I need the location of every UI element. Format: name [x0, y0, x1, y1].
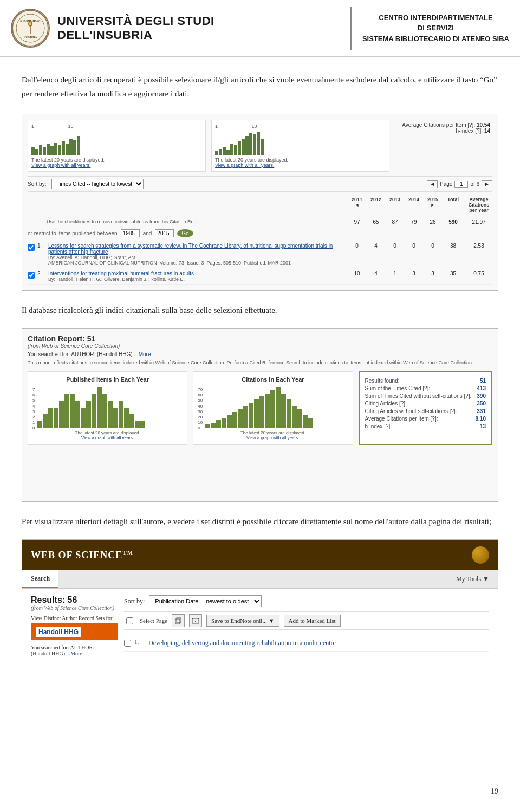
wos-nav-search[interactable]: Search [22, 570, 58, 588]
wos-email-icon[interactable] [189, 614, 202, 627]
wos-sidebar: Results: 56 (from Web of Science Core Co… [31, 595, 118, 656]
ss1-chart-label-2: The latest 20 years are displayed. [215, 157, 386, 163]
wos-result-1-checkbox[interactable] [124, 639, 131, 648]
wos-save-button[interactable]: Save to EndNote onli... ▼ [206, 615, 280, 627]
header-divider [350, 7, 352, 50]
ss1-chart-2: 1 10 The lat [211, 120, 389, 172]
wos-nav-mytools[interactable]: My Tools ▼ [447, 571, 498, 588]
ss2-stat-avg: Average Citations per Item [?]: 8.10 [365, 416, 486, 422]
ss2-disclaimer: This report reflects citations to source… [28, 359, 492, 366]
wos-copy-icon[interactable] [172, 614, 185, 627]
wos-logo: WEB OF SCIENCETM [31, 549, 133, 561]
wos-logo-icon [472, 546, 489, 564]
ss1-year-2013: 2013 [387, 197, 403, 213]
ss1-r1-2014: 0 [406, 243, 422, 249]
ss2-pub-chart: Published Items in Each Year 7 6 5 4 3 2… [28, 371, 187, 445]
wos-more-link[interactable]: ...More [67, 650, 82, 656]
ss1-use-checkboxes-text: Use the checkboxes to remove individual … [47, 219, 346, 225]
ss1-r2-2014: 3 [406, 270, 422, 276]
center-info: CENTRO INTERDIPARTIMENTALE DI SERVIZI SI… [362, 12, 509, 44]
screenshot-2: Citation Report: 51 (from Web of Science… [22, 328, 498, 502]
ss1-arrow-left[interactable]: ◄ [427, 180, 438, 188]
ss2-stat-results: Results found: 51 [365, 378, 486, 384]
ss1-result-2: 2 Interventions for treating proximal hu… [28, 268, 492, 285]
ss1-filter-row: or restrict to items published between a… [28, 229, 492, 237]
wos-search-label: You searched for: AUTHOR: (Handoll HHG) … [31, 645, 118, 656]
ss1-view-all-link-1[interactable]: View a graph with all years. [31, 163, 202, 168]
wos-result-1-num: 1. [134, 639, 145, 648]
ss1-total-header: Total [444, 197, 463, 213]
ss1-result-1-num: 1 [37, 243, 46, 249]
wos-result-item-1: 1. Developing, delivering and documentin… [124, 635, 489, 652]
ss2-pub-chart-title: Published Items in Each Year [32, 376, 183, 383]
ss2-stat-sum-no-self: Sum of Times Cited without self-citation… [365, 393, 486, 399]
ss1-result-2-checkbox[interactable] [28, 272, 35, 279]
ss1-all-2011: 97 [349, 219, 365, 225]
wos-sort-select[interactable]: Publication Date -- newest to oldest [149, 595, 262, 607]
ss1-page-input[interactable] [454, 181, 468, 188]
ss1-sort-label: Sort by: [28, 181, 46, 187]
ss1-all-avg: 21.07 [465, 219, 492, 225]
center-title-line2: DI SERVIZI [362, 23, 509, 34]
ss1-sort-select[interactable]: Times Cited -- highest to lowest [51, 179, 144, 189]
svg-rect-8 [177, 618, 181, 623]
ss2-view-link-1[interactable]: View a graph with all years. [32, 435, 183, 440]
main-content: Dall'elenco degli articoli recuperati è … [0, 57, 520, 680]
wos-sortbar: Sort by: Publication Date -- newest to o… [124, 595, 489, 607]
ss2-view-link-2[interactable]: View a graph with all years. [198, 435, 348, 440]
wos-body: Results: 56 (from Web of Science Core Co… [22, 589, 498, 663]
wos-author-name[interactable]: Handoll HHG [36, 627, 81, 637]
ss1-h-index: h-index [?]: 14 [397, 128, 490, 134]
ss2-cit-chart-title: Citations in Each Year [198, 376, 348, 383]
ss1-view-all-link-2[interactable]: View a graph with all years. [215, 163, 386, 168]
ss2-more-link[interactable]: ...More [134, 351, 151, 357]
ss1-r2-total: 35 [444, 270, 463, 276]
ss1-result-1-journal: AMERICAN JOURNAL OF CLINICAL NUTRITION V… [48, 260, 346, 266]
ss2-stats-block: Results found: 51 Sum of the Times Cited… [359, 371, 492, 445]
wos-nav-right: My Tools ▼ [447, 570, 498, 588]
ss1-stats: Average Citations per Item [?]: 10.54 h-… [395, 120, 492, 172]
ss1-year-from-input[interactable] [121, 229, 140, 237]
ss1-bars-1 [31, 131, 202, 155]
ss1-and-label: and [143, 230, 152, 236]
header-left: STUDIORUM INSUBRIA UNIVERSITÀ DEGLI STUD… [11, 9, 340, 48]
wos-main-results: Sort by: Publication Date -- newest to o… [124, 595, 489, 656]
ss1-year-2015: 2015 ► [425, 197, 441, 213]
bottom-paragraph: Per visualizzare ulteriori dettagli sull… [22, 515, 498, 529]
ss1-go-button[interactable]: Go [177, 229, 193, 237]
ss1-all-2014: 79 [406, 219, 422, 225]
ss1-result-2-title[interactable]: Interventions for treating proximal hume… [48, 270, 346, 276]
ss1-r2-avg: 0.75 [465, 270, 492, 276]
ss1-avg-label: Average Citations per Item [?]: 10.54 [397, 122, 490, 128]
wos-add-marked-button[interactable]: Add to Marked List [284, 615, 341, 627]
page-header: STUDIORUM INSUBRIA UNIVERSITÀ DEGLI STUD… [0, 0, 520, 57]
ss1-result-1-title[interactable]: Lessons for search strategies from a sys… [48, 243, 346, 255]
ss2-stat-sum-cited: Sum of the Times Cited [?]: 413 [365, 385, 486, 391]
save-arrow-icon: ▼ [269, 617, 275, 624]
wos-results-sub: (from Web of Science Core Collection) [31, 605, 118, 611]
ss1-result-1-checkbox[interactable] [28, 244, 35, 251]
nav-arrow-icon: ▼ [483, 575, 489, 583]
ss1-result-2-authors: By: Handoll, Helen H. G.; Olivere, Benja… [48, 276, 346, 282]
ss2-search-info: You searched for: AUTHOR: (Handoll HHG) … [28, 351, 492, 357]
ss1-arrow-right[interactable]: ► [482, 180, 492, 188]
ss1-year-2011: 2011 ◄ [349, 197, 365, 213]
ss1-r1-avg: 2.53 [465, 243, 492, 249]
ss1-bars-2 [215, 131, 386, 155]
ss1-r2-2012: 4 [368, 270, 384, 276]
ss1-result-1-authors: By: Avenell, A; Handoll, HHG; Grant, AM [48, 255, 346, 260]
ss1-r2-2013: 1 [387, 270, 403, 276]
ss1-page-label: Page [440, 181, 452, 187]
ss2-pub-bars [37, 385, 145, 428]
wos-select-page-label: Select Page [140, 617, 167, 624]
ss2-cit-chart: Citations in Each Year 70 60 50 40 30 20… [193, 371, 353, 445]
ss2-stat-citing-no-self: Citing Articles without self-citations [… [365, 408, 486, 414]
wos-select-page-checkbox[interactable] [126, 617, 133, 624]
ss1-all-2015: 26 [425, 219, 441, 225]
ss1-year-to-input[interactable] [155, 229, 174, 237]
wos-result-1-title[interactable]: Developing, delivering and documenting r… [148, 639, 336, 647]
ss1-all-total: 590 [444, 219, 463, 225]
ss2-cit-y-axis: 70 60 50 40 30 20 10 0 [198, 387, 204, 430]
ss1-pagination: ◄ Page of 6 ► [427, 180, 492, 188]
university-title: UNIVERSITÀ DEGLI STUDI DELL'INSUBRIA [57, 14, 214, 42]
